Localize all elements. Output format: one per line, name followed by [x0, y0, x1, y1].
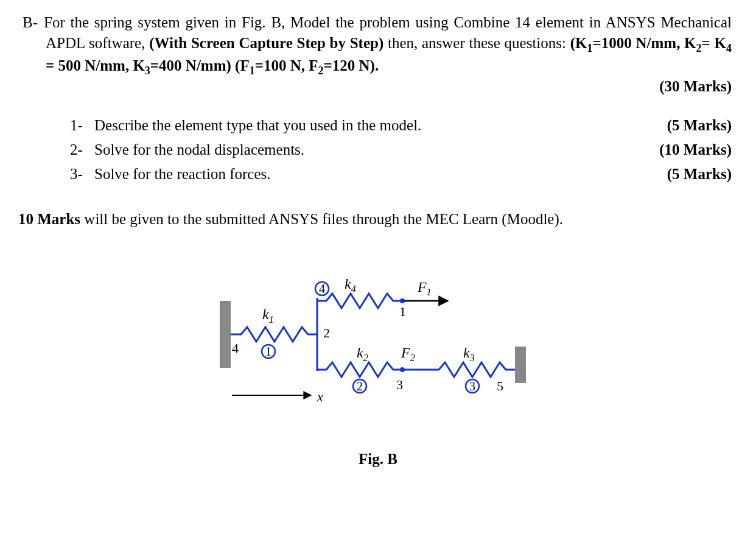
problem-label: B-	[23, 12, 44, 33]
spring-k2	[317, 362, 402, 377]
left-wall	[220, 301, 231, 368]
params-b: =1000 N/mm, K	[593, 35, 696, 51]
k1-label: k1	[262, 306, 274, 325]
params-e: =400 N/mm) (F	[150, 57, 250, 74]
spring-k4	[317, 294, 402, 308]
node-3-dot	[400, 367, 405, 372]
x-axis-label: x	[317, 389, 323, 404]
figure-b: 4 1 k1 2 4 k4 1 F1 2 k2	[9, 273, 747, 468]
question-number: 3-	[70, 162, 94, 186]
params-g: =120 N).	[324, 57, 379, 74]
params-d: = 500 N/mm, K	[46, 57, 145, 74]
node-1-dot	[400, 298, 405, 303]
spring-k3	[430, 362, 515, 377]
k2-label: k2	[357, 345, 368, 363]
spring-k1	[231, 327, 317, 342]
question-number: 2-	[70, 138, 94, 162]
node-5-label: 5	[497, 378, 503, 393]
question-text: Solve for the nodal displacements.	[94, 138, 304, 162]
total-marks: (30 Marks)	[659, 78, 732, 95]
note-lead: 10 Marks	[18, 211, 80, 227]
question-list: 1- Describe the element type that you us…	[70, 113, 732, 186]
params-f: =100 N, F	[255, 57, 318, 74]
params-sub1: 1	[587, 42, 593, 54]
question-text: Describe the element type that you used …	[94, 113, 421, 138]
params-subf1: 1	[250, 65, 255, 77]
question-text: Solve for the reaction forces.	[94, 162, 270, 186]
node-1-label: 1	[399, 304, 406, 319]
params-sub3: 3	[145, 65, 150, 77]
question-row: 1- Describe the element type that you us…	[70, 113, 732, 138]
intro-bold-screencap: (With Screen Capture Step by Step)	[149, 35, 383, 51]
question-row: 3- Solve for the reaction forces. (5 Mar…	[70, 162, 732, 186]
k3-label: k3	[463, 345, 475, 363]
question-number: 1-	[70, 113, 94, 138]
element-1-label: 1	[265, 345, 271, 358]
spring-diagram-svg: 4 1 k1 2 4 k4 1 F1 2 k2	[208, 273, 548, 414]
params-subf2: 2	[318, 65, 324, 77]
node-2-label: 2	[323, 325, 330, 340]
intro-text-2: then, answer these questions:	[383, 35, 570, 51]
params-a: (K	[570, 35, 587, 51]
element-2-label: 2	[357, 379, 363, 393]
question-marks: (10 Marks)	[659, 138, 732, 162]
element-3-label: 3	[469, 379, 475, 393]
k4-label: k4	[345, 276, 356, 294]
element-4-label: 4	[319, 282, 325, 295]
node-4-label: 4	[232, 340, 239, 356]
params-c: = K	[702, 35, 726, 51]
f2-label: F2	[401, 345, 415, 363]
submission-note: 10 Marks will be given to the submitted …	[18, 208, 732, 231]
total-marks-row: (30 Marks)	[70, 78, 732, 95]
problem-statement: B-For the spring system given in Fig. B,…	[46, 12, 732, 78]
figure-caption: Fig. B	[9, 451, 747, 468]
question-marks: (5 Marks)	[667, 113, 732, 138]
right-wall	[515, 347, 526, 383]
f1-label: F1	[417, 279, 432, 297]
params-sub4: 4	[726, 42, 732, 54]
note-rest: will be given to the submitted ANSYS fil…	[80, 211, 563, 227]
params-sub2: 2	[696, 42, 702, 54]
question-row: 2- Solve for the nodal displacements. (1…	[70, 138, 732, 162]
question-marks: (5 Marks)	[667, 162, 732, 186]
node-3-label: 3	[396, 377, 403, 392]
